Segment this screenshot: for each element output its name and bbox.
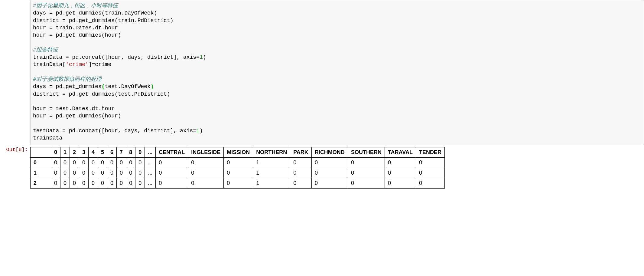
row-index: 0 <box>31 157 51 168</box>
dataframe-table: 0123456789...CENTRALINGLESIDEMISSIONNORT… <box>30 147 445 189</box>
table-cell: 0 <box>224 157 253 168</box>
table-cell: 0 <box>311 157 348 168</box>
table-cell: 0 <box>385 178 416 188</box>
table-cell: 0 <box>188 178 224 188</box>
table-cell: 0 <box>70 178 79 188</box>
row-index: 1 <box>31 168 51 178</box>
column-header: MISSION <box>224 147 253 157</box>
code-line: days = pd.get_dummies(test.DayOfWeek) <box>33 83 641 90</box>
table-cell: ... <box>145 168 156 178</box>
code-line: district = pd.get_dummies(test.PdDistric… <box>33 90 641 98</box>
table-cell: 1 <box>253 168 290 178</box>
column-header: 3 <box>79 147 89 157</box>
table-cell: 1 <box>253 157 290 168</box>
code-cell: #因子化星期几，街区，小时等特征days = pd.get_dummies(tr… <box>0 0 644 145</box>
code-line: trainData = pd.concat([hour, days, distr… <box>33 54 641 61</box>
column-header: 9 <box>135 147 145 157</box>
notebook: #因子化星期几，街区，小时等特征days = pd.get_dummies(tr… <box>0 0 644 189</box>
code-line: trainData <box>33 134 641 142</box>
table-cell: 0 <box>98 178 107 188</box>
input-prompt <box>0 0 30 2</box>
table-cell: 0 <box>107 178 117 188</box>
table-cell: 0 <box>126 157 135 168</box>
column-header: PARK <box>290 147 312 157</box>
table-row: 00000000000...000100000 <box>31 157 445 168</box>
code-line <box>33 98 641 105</box>
column-header: 4 <box>89 147 98 157</box>
table-cell: 0 <box>79 157 89 168</box>
table-cell: 0 <box>156 157 188 168</box>
table-cell: 0 <box>156 168 188 178</box>
column-header: TARAVAL <box>385 147 416 157</box>
table-cell: 0 <box>79 178 89 188</box>
table-cell: 0 <box>135 178 145 188</box>
code-line <box>33 120 641 127</box>
table-cell: 0 <box>89 168 98 178</box>
column-header: RICHMOND <box>311 147 348 157</box>
code-line: #对于测试数据做同样的处理 <box>33 76 641 83</box>
table-cell: 0 <box>290 157 312 168</box>
table-cell: 0 <box>156 178 188 188</box>
table-cell: 0 <box>416 178 444 188</box>
column-header: CENTRAL <box>156 147 188 157</box>
code-line: hour = pd.get_dummies(hour) <box>33 31 641 39</box>
table-cell: 0 <box>311 178 348 188</box>
column-header: 2 <box>70 147 79 157</box>
table-cell: 0 <box>89 157 98 168</box>
column-header: 6 <box>107 147 117 157</box>
table-cell: 0 <box>135 168 145 178</box>
table-cell: 0 <box>98 157 107 168</box>
table-cell: ... <box>145 157 156 168</box>
table-cell: 0 <box>117 178 126 188</box>
table-cell: 0 <box>385 157 416 168</box>
column-header: ... <box>145 147 156 157</box>
column-header: 8 <box>126 147 135 157</box>
table-cell: 0 <box>107 168 117 178</box>
column-header: INGLESIDE <box>188 147 224 157</box>
code-line: hour = test.Dates.dt.hour <box>33 105 641 112</box>
table-cell: 0 <box>224 168 253 178</box>
code-editor[interactable]: #因子化星期几，街区，小时等特征days = pd.get_dummies(tr… <box>30 0 644 145</box>
table-cell: 0 <box>60 178 70 188</box>
column-header: 5 <box>98 147 107 157</box>
table-cell: 0 <box>188 157 224 168</box>
column-header: SOUTHERN <box>348 147 385 157</box>
column-header: TENDER <box>416 147 444 157</box>
table-cell: 0 <box>70 157 79 168</box>
table-cell: 0 <box>51 178 60 188</box>
table-cell: 0 <box>117 168 126 178</box>
table-cell: 0 <box>126 178 135 188</box>
table-cell: 0 <box>416 168 444 178</box>
table-cell: 0 <box>117 157 126 168</box>
table-cell: 0 <box>385 168 416 178</box>
table-row: 20000000000...000100000 <box>31 178 445 188</box>
table-cell: 0 <box>416 157 444 168</box>
table-cell: 0 <box>126 168 135 178</box>
column-header: 0 <box>51 147 60 157</box>
table-cell: 0 <box>348 157 385 168</box>
table-cell: 0 <box>60 168 70 178</box>
column-header: 1 <box>60 147 70 157</box>
code-line: hour = train.Dates.dt.hour <box>33 24 641 31</box>
table-cell: 0 <box>188 168 224 178</box>
table-cell: 0 <box>348 178 385 188</box>
output-cell: Out[8]: 0123456789...CENTRALINGLESIDEMIS… <box>0 145 644 189</box>
table-cell: 0 <box>60 157 70 168</box>
code-line: hour = pd.get_dummies(hour) <box>33 112 641 120</box>
table-cell: ... <box>145 178 156 188</box>
table-cell: 0 <box>51 168 60 178</box>
code-line: trainData['crime']=crime <box>33 61 641 68</box>
table-cell: 0 <box>98 168 107 178</box>
code-line: testData = pd.concat([hour, days, distri… <box>33 127 641 134</box>
row-index: 2 <box>31 178 51 188</box>
table-corner <box>31 147 51 157</box>
table-cell: 0 <box>79 168 89 178</box>
table-cell: 1 <box>253 178 290 188</box>
code-line <box>33 68 641 76</box>
table-cell: 0 <box>107 157 117 168</box>
table-cell: 0 <box>51 157 60 168</box>
table-cell: 0 <box>290 178 312 188</box>
output-area[interactable]: 0123456789...CENTRALINGLESIDEMISSIONNORT… <box>30 145 644 189</box>
code-line: district = pd.get_dummies(train.PdDistri… <box>33 17 641 24</box>
table-cell: 0 <box>70 168 79 178</box>
